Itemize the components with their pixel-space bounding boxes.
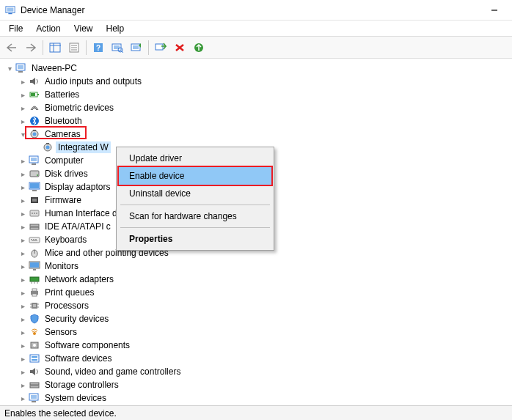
svg-rect-37 bbox=[31, 158, 37, 161]
camera-icon bbox=[42, 141, 54, 153]
device-icon bbox=[29, 379, 40, 391]
expander-icon[interactable]: ▸ bbox=[18, 221, 28, 232]
add-legacy-button[interactable] bbox=[190, 39, 208, 56]
tree-category[interactable]: ▸ System devices bbox=[4, 391, 512, 405]
svg-rect-70 bbox=[33, 304, 36, 307]
expander-icon[interactable]: ▸ bbox=[18, 182, 28, 192]
svg-rect-42 bbox=[30, 183, 39, 188]
device-icon bbox=[29, 168, 40, 180]
menu-help[interactable]: Help bbox=[100, 22, 131, 35]
expander-icon[interactable]: ▸ bbox=[18, 301, 28, 311]
expander-icon[interactable]: ▸ bbox=[18, 380, 28, 390]
node-label: Bluetooth bbox=[43, 115, 84, 127]
node-label: Audio inputs and outputs bbox=[43, 75, 144, 87]
computer-icon bbox=[15, 62, 27, 74]
expander-icon[interactable]: ▸ bbox=[18, 76, 28, 86]
tree-category[interactable]: ▸ Batteries bbox=[4, 88, 512, 101]
context-scan-hardware[interactable]: Scan for hardware changes bbox=[119, 207, 271, 225]
expander-icon[interactable]: ▸ bbox=[18, 195, 28, 205]
back-button[interactable] bbox=[3, 39, 21, 56]
tree-category[interactable]: ▸ Sensors bbox=[4, 325, 512, 339]
tree-category[interactable]: ▸ Sound, video and game controllers bbox=[4, 365, 512, 378]
update-driver-button[interactable] bbox=[128, 39, 145, 56]
expander-icon[interactable]: ▸ bbox=[18, 261, 28, 271]
expander-icon[interactable]: ▸ bbox=[18, 287, 28, 298]
expander-icon[interactable]: ▾ bbox=[4, 63, 15, 73]
tree-category[interactable]: ▸ Biometric devices bbox=[4, 101, 512, 114]
expander-icon[interactable]: ▸ bbox=[18, 353, 28, 364]
tree-category[interactable]: ▸ Software devices bbox=[4, 352, 512, 365]
expander-icon[interactable]: ▸ bbox=[18, 314, 28, 324]
context-update-driver[interactable]: Update driver bbox=[119, 150, 271, 167]
window-controls bbox=[484, 3, 508, 18]
device-icon bbox=[29, 115, 40, 127]
tree-category[interactable]: ▸ Storage controllers bbox=[4, 378, 512, 391]
context-separator bbox=[120, 227, 270, 228]
svg-point-49 bbox=[36, 213, 37, 214]
expander-icon[interactable]: ▸ bbox=[18, 208, 28, 218]
expander-icon[interactable]: ▸ bbox=[18, 89, 28, 100]
tree-category[interactable]: ▸ Bluetooth bbox=[4, 114, 512, 128]
context-enable-device[interactable]: Enable device bbox=[117, 166, 273, 186]
expander-icon[interactable]: ▸ bbox=[18, 169, 28, 179]
minimize-button[interactable] bbox=[484, 3, 505, 18]
svg-point-47 bbox=[32, 213, 33, 214]
tree-category[interactable]: ▸ Audio inputs and outputs bbox=[4, 75, 512, 88]
expander-icon[interactable]: ▸ bbox=[18, 366, 28, 377]
enable-device-button[interactable] bbox=[152, 39, 169, 56]
tree-category[interactable]: ▸ Monitors bbox=[4, 259, 512, 273]
device-icon bbox=[29, 247, 40, 259]
svg-rect-55 bbox=[35, 239, 37, 240]
expander-icon[interactable]: ▸ bbox=[18, 340, 28, 350]
expander-icon[interactable]: ▸ bbox=[18, 155, 28, 166]
tree-category[interactable]: ▸ Software components bbox=[4, 339, 512, 352]
node-label: Sensors bbox=[43, 326, 79, 338]
toolbar-separator bbox=[148, 40, 149, 55]
node-label: Software components bbox=[43, 339, 132, 351]
context-uninstall-device[interactable]: Uninstall device bbox=[119, 185, 271, 202]
expander-icon[interactable]: ▸ bbox=[18, 248, 28, 258]
device-icon bbox=[29, 300, 40, 312]
svg-rect-81 bbox=[30, 383, 39, 385]
context-properties[interactable]: Properties bbox=[119, 230, 271, 248]
svg-rect-32 bbox=[33, 130, 36, 131]
uninstall-button[interactable] bbox=[171, 39, 189, 56]
device-icon bbox=[29, 273, 40, 285]
tree-category[interactable]: ▾ Cameras bbox=[4, 128, 512, 141]
svg-rect-25 bbox=[18, 71, 23, 73]
svg-point-75 bbox=[33, 332, 36, 335]
properties-button[interactable] bbox=[65, 39, 83, 56]
show-hide-tree-button[interactable] bbox=[46, 39, 64, 56]
expander-icon[interactable]: ▸ bbox=[18, 103, 28, 113]
svg-rect-38 bbox=[32, 163, 36, 165]
menu-action[interactable]: Action bbox=[30, 22, 66, 35]
expander-icon[interactable]: ▸ bbox=[18, 327, 28, 337]
tree-root[interactable]: ▾ Naveen-PC bbox=[4, 62, 512, 75]
expander-icon[interactable]: ▸ bbox=[18, 393, 28, 403]
expander-icon[interactable]: ▾ bbox=[18, 129, 28, 139]
device-icon bbox=[29, 313, 40, 325]
expander-icon[interactable]: ▸ bbox=[18, 274, 28, 284]
svg-rect-45 bbox=[32, 199, 37, 202]
expander-icon[interactable]: ▸ bbox=[18, 235, 28, 245]
svg-rect-4 bbox=[50, 43, 60, 52]
device-icon bbox=[29, 181, 40, 193]
menu-file[interactable]: File bbox=[3, 22, 29, 35]
device-icon bbox=[29, 392, 40, 404]
tree-category[interactable]: ▸ Processors bbox=[4, 299, 512, 312]
expander-icon[interactable]: ▸ bbox=[18, 116, 28, 126]
forward-button[interactable] bbox=[22, 39, 40, 56]
svg-rect-43 bbox=[32, 190, 37, 191]
svg-point-31 bbox=[33, 133, 37, 136]
menu-view[interactable]: View bbox=[68, 22, 99, 35]
scan-hardware-button[interactable] bbox=[109, 39, 126, 56]
node-label: Batteries bbox=[43, 89, 81, 100]
tree-category[interactable]: ▸ Security devices bbox=[4, 312, 512, 325]
help-button[interactable]: ? bbox=[89, 39, 107, 56]
tree-category[interactable]: ▸ Print queues bbox=[4, 286, 512, 299]
device-icon bbox=[29, 287, 40, 298]
tree-category[interactable]: ▸ Network adapters bbox=[4, 273, 512, 286]
node-label: IDE ATA/ATAPI c bbox=[43, 221, 113, 232]
titlebar: Device Manager bbox=[0, 0, 512, 21]
svg-rect-82 bbox=[30, 386, 39, 388]
